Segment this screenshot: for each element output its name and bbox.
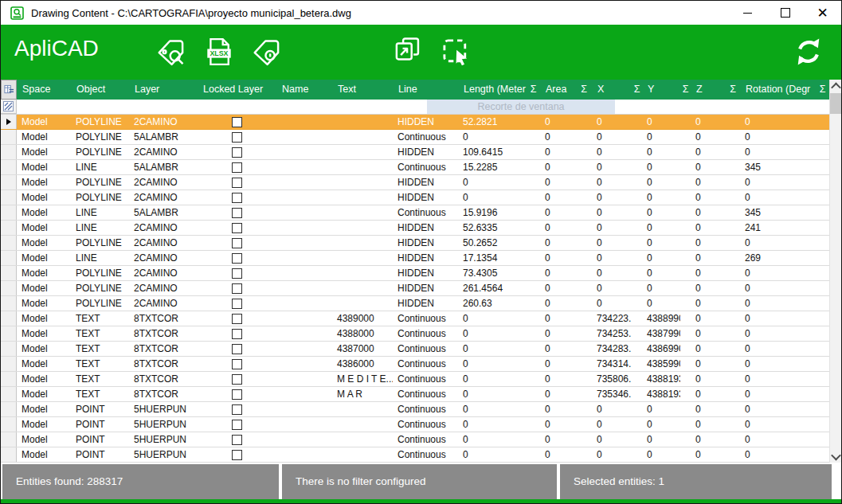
cell-sum[interactable] — [576, 251, 592, 265]
cell-y[interactable]: 0 — [642, 251, 680, 265]
column-chooser-button[interactable] — [1, 80, 17, 100]
vertical-scrollbar[interactable] — [829, 80, 841, 463]
cell-y[interactable]: 0 — [642, 266, 680, 280]
cell-text[interactable] — [332, 160, 393, 174]
cell-line[interactable]: Continuous — [393, 387, 458, 401]
cell-sum[interactable] — [726, 190, 740, 205]
cell-sum[interactable] — [680, 190, 691, 205]
cell-name[interactable] — [276, 326, 332, 341]
row-header[interactable] — [1, 221, 17, 235]
tag-info-button[interactable] — [250, 35, 284, 68]
cell-layer[interactable]: 2CAMINO — [129, 175, 198, 189]
cell-z[interactable]: 0 — [691, 357, 726, 371]
cell-name[interactable] — [276, 266, 332, 280]
cell-sum[interactable] — [816, 205, 829, 220]
filter-cell[interactable] — [642, 100, 680, 114]
table-row[interactable]: ModelLINE5ALAMBRContinuous15.91960000345 — [1, 205, 841, 221]
cell-y[interactable]: 4385990 — [642, 357, 680, 371]
cell-sum[interactable] — [527, 221, 540, 235]
locked-layer-checkbox[interactable] — [232, 359, 242, 369]
cell-sum[interactable] — [576, 236, 592, 250]
cell-sum[interactable] — [632, 190, 642, 205]
cell-sum[interactable] — [632, 145, 642, 159]
cell-name[interactable] — [276, 236, 332, 250]
table-row[interactable]: ModelTEXT8TXTCOR4388000Continuous0073425… — [1, 326, 841, 342]
cell-object[interactable]: LINE — [71, 205, 129, 220]
column-header-x[interactable]: X — [592, 80, 632, 100]
cell-sum[interactable] — [632, 266, 642, 280]
cell-layer[interactable]: 2CAMINO — [129, 236, 198, 250]
cell-rotation[interactable]: 0 — [740, 372, 816, 386]
row-header[interactable] — [1, 281, 17, 295]
cell-line[interactable]: Continuous — [393, 326, 458, 341]
cell-text[interactable]: 4388000 — [332, 326, 393, 341]
locked-layer-checkbox[interactable] — [232, 283, 242, 294]
cell-area[interactable]: 0 — [540, 115, 576, 129]
cell-sum[interactable] — [680, 372, 691, 386]
cell-name[interactable] — [276, 175, 332, 189]
column-header-layer[interactable]: Layer — [129, 80, 198, 100]
cell-sum[interactable] — [680, 447, 691, 462]
cell-line[interactable]: HIDDEN — [393, 281, 458, 295]
cell-x[interactable]: 0 — [592, 402, 632, 416]
locked-layer-checkbox[interactable] — [232, 162, 242, 173]
cell-sum[interactable] — [576, 296, 592, 311]
cell-sum[interactable] — [527, 447, 540, 462]
row-header[interactable] — [1, 266, 17, 280]
cell-area[interactable]: 0 — [540, 387, 576, 401]
table-row[interactable]: ModelPOLYLINE2CAMINOHIDDEN260.6300000 — [1, 296, 841, 311]
locked-layer-checkbox[interactable] — [232, 268, 242, 279]
cell-sum[interactable] — [576, 357, 592, 371]
cell-layer[interactable]: 8TXTCOR — [129, 387, 198, 401]
cell-line[interactable]: Continuous — [393, 357, 458, 371]
cell-sum[interactable] — [576, 402, 592, 416]
cell-sum[interactable] — [632, 402, 642, 416]
filter-cell[interactable] — [332, 100, 393, 114]
filter-cell[interactable] — [726, 100, 740, 114]
cell-area[interactable]: 0 — [540, 205, 576, 220]
cell-layer[interactable]: 8TXTCOR — [129, 342, 198, 356]
cell-y[interactable]: 0 — [642, 115, 680, 129]
cell-y[interactable]: 4386990 — [642, 342, 680, 356]
cell-area[interactable]: 0 — [540, 266, 576, 280]
cell-sum[interactable] — [816, 372, 829, 386]
column-header-sum[interactable]: Σ — [816, 80, 829, 100]
row-header[interactable] — [1, 296, 17, 311]
cell-z[interactable]: 0 — [691, 311, 726, 326]
column-header-sum[interactable]: Σ — [576, 80, 592, 100]
cell-length[interactable]: 0 — [458, 447, 527, 462]
cell-rotation[interactable]: 0 — [740, 417, 816, 432]
cell-x[interactable]: 0 — [592, 190, 632, 205]
cell-sum[interactable] — [816, 115, 829, 129]
locked-layer-checkbox[interactable] — [232, 147, 242, 158]
cell-sum[interactable] — [527, 417, 540, 432]
cell-x[interactable]: 0 — [592, 417, 632, 432]
cell-sum[interactable] — [632, 251, 642, 265]
cell-space[interactable]: Model — [17, 372, 71, 386]
cell-text[interactable] — [332, 281, 393, 295]
cell-sum[interactable] — [726, 130, 740, 144]
table-row[interactable]: ModelPOLYLINE2CAMINOHIDDEN52.282100000 — [1, 115, 841, 130]
cell-z[interactable]: 0 — [691, 432, 726, 447]
cell-object[interactable]: POLYLINE — [71, 281, 129, 295]
cell-sum[interactable] — [576, 326, 592, 341]
locked-layer-checkbox[interactable] — [232, 178, 242, 188]
cell-name[interactable] — [276, 115, 332, 129]
cell-x[interactable]: 0 — [592, 205, 632, 220]
cell-y[interactable]: 0 — [642, 281, 680, 295]
cell-name[interactable] — [276, 357, 332, 371]
cell-x[interactable]: 0 — [592, 281, 632, 295]
cell-x[interactable]: 0 — [592, 130, 632, 144]
cell-sum[interactable] — [576, 160, 592, 174]
cell-sum[interactable] — [680, 402, 691, 416]
cell-space[interactable]: Model — [17, 115, 71, 129]
table-row[interactable]: ModelPOLYLINE2CAMINOHIDDEN261.456400000 — [1, 281, 841, 296]
cell-sum[interactable] — [680, 160, 691, 174]
cell-length[interactable]: 15.2285 — [458, 160, 527, 174]
cell-space[interactable]: Model — [17, 387, 71, 401]
column-header-area[interactable]: Area — [540, 80, 576, 100]
cell-length[interactable]: 52.6335 — [458, 221, 527, 235]
cell-y[interactable]: 0 — [642, 447, 680, 462]
cell-name[interactable] — [276, 145, 332, 159]
cell-y[interactable]: 4388990 — [642, 311, 680, 326]
